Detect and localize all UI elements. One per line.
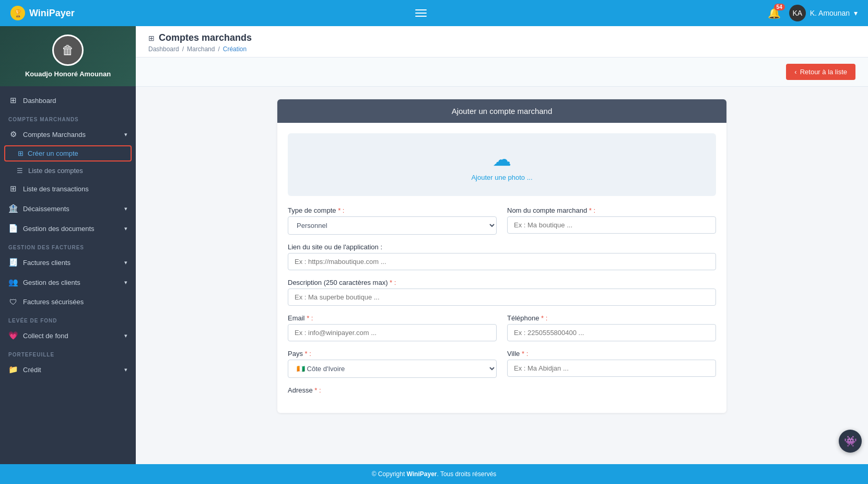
form-area: Ajouter un compte marchand ☁ Ajouter une… <box>136 87 868 464</box>
footer: © Copyright WiniPayer. Tous droits réser… <box>0 464 868 484</box>
breadcrumb-dashboard[interactable]: Dashboard <box>148 45 179 53</box>
email-group: Email * : <box>288 314 497 341</box>
clients-icon: 👥 <box>8 278 18 287</box>
sidebar-item-decaissements[interactable]: 🏦 Décaissements ▾ <box>0 199 136 218</box>
sidebar-item-label: Gestion des documents <box>23 225 95 233</box>
sidebar-item-transactions[interactable]: ⊞ Liste des transactions <box>0 179 136 199</box>
description-group: Description (250 caractères max) * : <box>288 279 716 306</box>
main-content: ⊞ Comptes marchands Dashboard / Marchand… <box>136 26 868 464</box>
back-button-label: Retour à la liste <box>800 68 847 76</box>
user-menu-button[interactable]: KA K. Amounan ▾ <box>789 5 858 21</box>
sidebar-item-gestion-clients[interactable]: 👥 Gestion des clients ▾ <box>0 272 136 292</box>
brand-icon: 🏆 <box>10 6 25 20</box>
chevron-down-icon: ▾ <box>124 259 127 266</box>
section-gestion-factures: GESTION DES FACTURES <box>0 238 136 252</box>
brand-logo[interactable]: 🏆 WiniPayer <box>10 6 75 20</box>
sidebar-subitem-label: Créer un compte <box>28 149 78 157</box>
required-marker: * : <box>305 350 311 358</box>
avatar: KA <box>789 5 806 21</box>
email-phone-row: Email * : Téléphone * : <box>288 314 716 341</box>
description-input[interactable] <box>288 289 716 306</box>
sidebar-item-factures-securisees[interactable]: 🛡 Factures sécurisées <box>0 292 136 312</box>
credit-icon: 📁 <box>8 365 18 374</box>
page-toolbar: ‹ Retour à la liste <box>136 57 868 87</box>
account-name-input[interactable] <box>507 216 716 234</box>
breadcrumb-marchand[interactable]: Marchand <box>187 45 215 53</box>
required-marker: * : <box>390 279 396 286</box>
account-type-label: Type de compte * : <box>288 206 497 214</box>
account-name-label: Nom du compte marchand * : <box>507 206 716 214</box>
topnav-right: 🔔 54 KA K. Amounan ▾ <box>768 5 858 21</box>
sidebar-item-comptes-marchands[interactable]: ⚙ Comptes Marchands ▾ <box>0 124 136 144</box>
hamburger-button[interactable] <box>415 9 427 17</box>
chevron-down-icon: ▾ <box>124 366 127 373</box>
sidebar-item-label: Liste des transactions <box>23 185 89 193</box>
sidebar-item-credit[interactable]: 📁 Crédit ▾ <box>0 360 136 379</box>
sidebar-item-label: Dashboard <box>23 97 56 105</box>
phone-input[interactable] <box>507 324 716 341</box>
brand-name: WiniPayer <box>29 8 75 19</box>
factures-icon: 🧾 <box>8 258 18 267</box>
breadcrumb-creation: Création <box>223 45 247 53</box>
collect-icon: 💗 <box>8 331 18 340</box>
sidebar-item-collect-fond[interactable]: 💗 Collect de fond ▾ <box>0 326 136 345</box>
breadcrumb: Dashboard / Marchand / Création <box>148 45 855 57</box>
plus-icon: ⊞ <box>18 149 24 157</box>
documents-icon: 📄 <box>8 224 18 233</box>
sidebar-item-factures-clients[interactable]: 🧾 Factures clients ▾ <box>0 252 136 272</box>
dashboard-icon: ⊞ <box>8 96 18 105</box>
sidebar-item-label: Factures clients <box>23 259 71 267</box>
site-link-label: Lien du site ou de l'application : <box>288 243 716 251</box>
sidebar-item-label: Crédit <box>23 366 41 374</box>
notification-button[interactable]: 🔔 54 <box>768 7 781 19</box>
page-title-icon: ⊞ <box>148 34 155 42</box>
sidebar-username: Kouadjo Honoré Amounan <box>25 70 111 78</box>
user-display-name: K. Amounan <box>810 9 850 17</box>
form-card-body: ☁ Ajouter une photo ... Type de compte *… <box>277 123 726 413</box>
photo-upload-zone[interactable]: ☁ Ajouter une photo ... <box>288 133 716 196</box>
photo-upload-label: Ajouter une photo ... <box>471 174 532 181</box>
sidebar-item-creer-compte[interactable]: ⊞ Créer un compte <box>4 145 132 162</box>
user-chevron-icon: ▾ <box>854 9 858 17</box>
page-header: ⊞ Comptes marchands Dashboard / Marchand… <box>136 26 868 57</box>
sidebar-item-liste-comptes[interactable]: ☰ Liste des comptes <box>0 163 136 179</box>
address-group: Adresse * : <box>288 386 716 394</box>
upload-cloud-icon: ☁ <box>492 148 511 170</box>
chevron-down-icon: ▾ <box>124 279 127 286</box>
footer-text: © Copyright WiniPayer. Tous droits réser… <box>372 470 497 478</box>
sidebar-item-label: Décaissements <box>23 205 69 213</box>
sidebar: 🗑 Kouadjo Honoré Amounan ⊞ Dashboard COM… <box>0 26 136 464</box>
section-levee-fond: LEVÉE DE FOND <box>0 312 136 326</box>
sidebar-item-gestion-documents[interactable]: 📄 Gestion des documents ▾ <box>0 218 136 238</box>
sidebar-item-label: Comptes Marchands <box>23 131 86 139</box>
form-card: Ajouter un compte marchand ☁ Ajouter une… <box>277 99 726 413</box>
notification-badge: 54 <box>774 4 785 10</box>
chevron-down-icon: ▾ <box>124 205 127 212</box>
list-icon: ☰ <box>17 167 23 175</box>
chevron-down-icon: ▾ <box>124 332 127 339</box>
sidebar-avatar: 🗑 <box>52 34 84 66</box>
account-name-group: Nom du compte marchand * : <box>507 206 716 235</box>
top-navigation: 🏆 WiniPayer 🔔 54 KA K. Amounan ▾ <box>0 0 868 26</box>
required-marker: * : <box>522 350 528 358</box>
email-input[interactable] <box>288 324 497 341</box>
back-button[interactable]: ‹ Retour à la liste <box>786 64 855 80</box>
country-label: Pays * : <box>288 350 497 358</box>
site-link-input[interactable] <box>288 253 716 270</box>
country-select[interactable]: 🇨🇮 Côte d'Ivoire 🇸🇳 Sénégal 🇲🇱 Mali <box>288 360 497 378</box>
required-marker: * : <box>307 314 313 322</box>
account-type-select[interactable]: Personnel Entreprise <box>288 216 497 235</box>
chat-icon: 👾 <box>844 435 857 447</box>
page-title: Comptes marchands <box>159 32 252 43</box>
chevron-down-icon: ▾ <box>124 225 127 232</box>
city-input[interactable] <box>507 360 716 377</box>
site-link-row: Lien du site ou de l'application : <box>288 243 716 270</box>
decaissements-icon: 🏦 <box>8 204 18 213</box>
section-comptes-marchands: COMPTES MARCHANDS <box>0 110 136 124</box>
chat-bubble-button[interactable]: 👾 <box>839 430 862 453</box>
sidebar-item-dashboard[interactable]: ⊞ Dashboard <box>0 90 136 110</box>
city-label: Ville * : <box>507 350 716 358</box>
chevron-left-icon: ‹ <box>794 68 796 76</box>
sidebar-item-label: Collect de fond <box>23 332 68 340</box>
sidebar-subitem-label: Liste des comptes <box>28 167 83 175</box>
